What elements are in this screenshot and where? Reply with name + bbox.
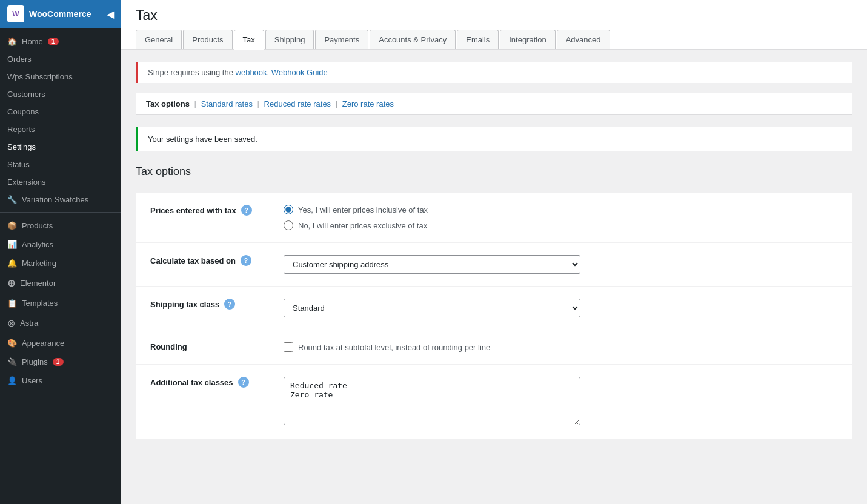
form-label-rounding: Rounding — [136, 330, 269, 365]
plugins-icon: 🔌 — [7, 357, 17, 366]
radio-yes[interactable] — [284, 205, 293, 214]
home-icon: 🏠 — [7, 37, 17, 46]
sidebar-item-templates[interactable]: 📋 Templates — [0, 294, 121, 313]
sidebar-item-analytics[interactable]: 📊 Analytics — [0, 235, 121, 254]
form-field-calculate-tax: Customer shipping address Customer billi… — [269, 243, 852, 287]
settings-saved-notice: Your settings have been saved. — [136, 127, 852, 151]
sidebar-item-label: Plugins — [22, 357, 48, 366]
form-field-shipping-tax-class: Standard Reduced rate Zero rate — [269, 287, 852, 330]
help-icon-shipping-tax[interactable]: ? — [224, 299, 235, 310]
form-field-additional-tax-classes: Reduced rate Zero rate — [269, 365, 852, 440]
rounding-checkbox-label[interactable]: Round tax at subtotal level, instead of … — [284, 342, 838, 352]
radio-group-prices-with-tax: Yes, I will enter prices inclusive of ta… — [284, 205, 838, 230]
sidebar-item-label: Reports — [7, 125, 35, 134]
sidebar-item-label: Settings — [7, 142, 36, 151]
page-header: Tax General Products Tax Shipping Paymen… — [121, 0, 867, 50]
shipping-tax-class-select[interactable]: Standard Reduced rate Zero rate — [284, 299, 580, 317]
sidebar-item-status[interactable]: Status — [0, 156, 121, 173]
sidebar-item-users[interactable]: 👤 Users — [0, 371, 121, 390]
stripe-alert: Stripe requires using the webhook. Webho… — [136, 62, 852, 83]
tab-emails[interactable]: Emails — [457, 30, 499, 49]
tab-tax[interactable]: Tax — [234, 30, 264, 50]
rounding-checkbox-text: Round tax at subtotal level, instead of … — [298, 343, 490, 352]
plugins-badge: 1 — [53, 358, 64, 366]
sidebar-item-products[interactable]: 📦 Products — [0, 216, 121, 235]
radio-option-no[interactable]: No, I will enter prices exclusive of tax — [284, 220, 838, 230]
form-label-shipping-tax-class: Shipping tax class ? — [136, 287, 269, 330]
alert-sep: . — [267, 68, 271, 77]
sidebar-divider — [0, 212, 121, 213]
sidebar-item-appearance[interactable]: 🎨 Appearance — [0, 334, 121, 353]
subnav-standard-rates[interactable]: Standard rates — [201, 99, 253, 108]
main-content: Tax General Products Tax Shipping Paymen… — [121, 0, 867, 504]
calculate-tax-select[interactable]: Customer shipping address Customer billi… — [284, 255, 580, 274]
form-row-prices-with-tax: Prices entered with tax ? Yes, I will en… — [136, 193, 852, 243]
astra-icon: ⊗ — [7, 317, 15, 329]
form-row-rounding: Rounding Round tax at subtotal level, in… — [136, 330, 852, 365]
sidebar-item-label: Extensions — [7, 177, 46, 187]
home-badge: 1 — [48, 38, 59, 45]
form-label-additional-tax-classes: Additional tax classes ? — [136, 365, 269, 440]
tab-integration[interactable]: Integration — [500, 30, 555, 49]
sidebar-item-wps-subscriptions[interactable]: Wps Subscriptions — [0, 68, 121, 85]
sidebar-item-variation-swatches[interactable]: 🔧 Variation Swatches — [0, 191, 121, 208]
help-icon-prices-with-tax[interactable]: ? — [241, 205, 252, 216]
radio-yes-label: Yes, I will enter prices inclusive of ta… — [298, 205, 428, 214]
subnav-tax-options[interactable]: Tax options — [146, 99, 190, 108]
woo-logo: W — [7, 5, 24, 22]
sidebar-item-label: Home — [22, 37, 43, 46]
sidebar-item-plugins[interactable]: 🔌 Plugins 1 — [0, 353, 121, 371]
sidebar-item-astra[interactable]: ⊗ Astra — [0, 313, 121, 334]
elementor-icon: ⊕ — [7, 277, 15, 289]
users-icon: 👤 — [7, 376, 17, 385]
webhook-guide-link[interactable]: Webhook Guide — [271, 68, 328, 77]
sidebar-item-home[interactable]: 🏠 Home 1 — [0, 33, 121, 50]
sidebar-item-orders[interactable]: Orders — [0, 50, 121, 68]
sidebar-item-elementor[interactable]: ⊕ Elementor — [0, 273, 121, 294]
radio-option-yes[interactable]: Yes, I will enter prices inclusive of ta… — [284, 205, 838, 214]
section-title: Tax options — [136, 165, 852, 178]
subnav-zero-rate-rates[interactable]: Zero rate rates — [342, 99, 394, 108]
sidebar-item-customers[interactable]: Customers — [0, 85, 121, 103]
subnav-reduced-rate-rates[interactable]: Reduced rate rates — [264, 99, 331, 108]
sidebar-item-label: Orders — [7, 55, 32, 64]
analytics-icon: 📊 — [7, 240, 17, 249]
sidebar-brand: WooCommerce — [29, 9, 91, 19]
form-label-prices-with-tax: Prices entered with tax ? — [136, 193, 269, 243]
tab-products[interactable]: Products — [183, 30, 232, 49]
form-field-prices-with-tax: Yes, I will enter prices inclusive of ta… — [269, 193, 852, 243]
sidebar-item-settings[interactable]: Settings — [0, 138, 121, 156]
sidebar-item-extensions[interactable]: Extensions — [0, 173, 121, 191]
sidebar-header[interactable]: W WooCommerce ◀ — [0, 0, 121, 28]
tab-general[interactable]: General — [136, 30, 182, 49]
radio-no-label: No, I will enter prices exclusive of tax — [298, 221, 427, 230]
additional-tax-classes-textarea[interactable]: Reduced rate Zero rate — [284, 377, 580, 425]
templates-icon: 📋 — [7, 299, 17, 308]
marketing-icon: 🔔 — [7, 259, 17, 268]
sidebar-item-label: Appearance — [22, 339, 64, 348]
content-area: Stripe requires using the webhook. Webho… — [121, 50, 867, 452]
sidebar-item-label: Astra — [20, 319, 38, 328]
form-label-calculate-tax: Calculate tax based on ? — [136, 243, 269, 287]
help-icon-additional-tax[interactable]: ? — [238, 377, 249, 388]
tab-payments[interactable]: Payments — [315, 30, 368, 49]
tab-accounts-privacy[interactable]: Accounts & Privacy — [370, 30, 456, 49]
sidebar-item-label: Variation Swatches — [22, 195, 88, 204]
radio-no[interactable] — [284, 220, 293, 230]
rounding-checkbox[interactable] — [284, 342, 293, 352]
sidebar-item-label: Users — [22, 376, 42, 385]
variation-swatches-icon: 🔧 — [7, 195, 17, 204]
sidebar: W WooCommerce ◀ 🏠 Home 1 Orders Wps Subs… — [0, 0, 121, 504]
page-title: Tax — [136, 7, 852, 24]
sidebar-item-coupons[interactable]: Coupons — [0, 103, 121, 121]
tab-advanced[interactable]: Advanced — [557, 30, 610, 49]
sidebar-item-marketing[interactable]: 🔔 Marketing — [0, 254, 121, 273]
sidebar-menu: 🏠 Home 1 Orders Wps Subscriptions Custom… — [0, 28, 121, 504]
sidebar-item-reports[interactable]: Reports — [0, 121, 121, 138]
sidebar-item-label: Analytics — [22, 240, 53, 249]
sidebar-collapse-icon[interactable]: ◀ — [107, 8, 114, 20]
tab-shipping[interactable]: Shipping — [265, 30, 314, 49]
webhook-link[interactable]: webhook — [236, 68, 267, 77]
sidebar-item-label: Marketing — [22, 259, 56, 268]
help-icon-calculate-tax[interactable]: ? — [241, 255, 251, 266]
